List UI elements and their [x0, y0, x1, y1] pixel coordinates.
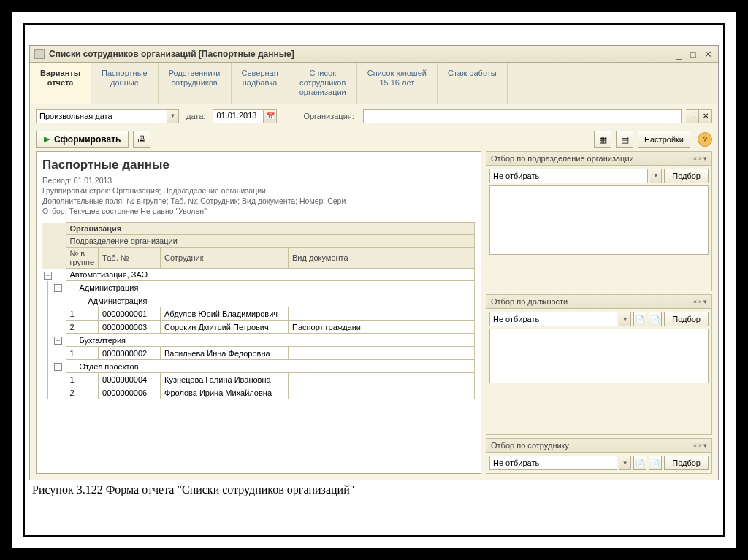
restore-button[interactable]: □ [687, 49, 699, 59]
chevron-left-icon[interactable]: « [693, 442, 697, 449]
org-clear-button[interactable]: ✕ [699, 109, 712, 123]
chevron-right-icon[interactable]: » [698, 298, 702, 305]
report-table: Организация Подразделение организации № … [42, 222, 475, 399]
chevron-right-icon[interactable]: » [698, 442, 702, 449]
date-label: дата: [186, 112, 205, 120]
settings-button[interactable]: Настройки [638, 131, 690, 148]
play-icon: ▶ [44, 134, 50, 144]
col-doc: Вид документа [289, 248, 475, 269]
filter-dept-list[interactable] [489, 185, 709, 255]
podbor-button[interactable]: Подбор [664, 456, 709, 470]
dropdown-icon[interactable]: ▼ [650, 169, 662, 183]
chevron-down-icon[interactable]: ▾ [703, 442, 707, 449]
add-icon[interactable]: 📄 [633, 312, 646, 326]
remove-icon[interactable]: 📄 [649, 456, 662, 470]
tab-emp-list[interactable]: Список сотрудников организации [289, 63, 357, 104]
report-title: Паспортные данные [42, 158, 475, 172]
meta-period: Период: 01.01.2013 [42, 175, 475, 185]
table-row[interactable]: 10000000004Кузнецова Галина Ивановна [42, 373, 475, 386]
podbor-button[interactable]: Подбор [664, 312, 709, 326]
close-button[interactable]: ✕ [702, 49, 714, 59]
chevron-down-icon[interactable]: ▾ [703, 298, 707, 305]
app-icon [34, 49, 45, 59]
podbor-button[interactable]: Подбор [664, 169, 709, 183]
dropdown-icon[interactable]: ▼ [619, 312, 631, 326]
tabs-bar: Варианты отчета Паспортные данные Родств… [30, 63, 718, 104]
row-dept3[interactable]: Отдел проектов [66, 360, 475, 373]
date-input[interactable]: 01.01.2013 [213, 109, 264, 123]
layout-icon-2[interactable]: ▤ [616, 131, 633, 148]
chevron-right-icon[interactable]: » [698, 155, 702, 162]
chevron-left-icon[interactable]: « [693, 298, 697, 305]
filter-position-mode[interactable]: Не отбирать [489, 312, 617, 326]
remove-icon[interactable]: 📄 [649, 312, 662, 326]
filter-dept: Отбор по подразделение организации «»▾ Н… [486, 151, 712, 292]
table-row[interactable]: 20000000006Фролова Ирина Михайловна [42, 386, 475, 399]
action-row: ▶ Сформировать 🖶 ▦ ▤ Настройки ? [30, 128, 718, 151]
meta-groups: Группировки строк: Организация; Подразде… [42, 185, 475, 196]
dropdown-icon[interactable]: ▼ [619, 456, 631, 470]
filter-employee-title: Отбор по сотруднику [491, 441, 693, 450]
layout-icon-1[interactable]: ▦ [594, 131, 611, 148]
params-row: Произвольная дата ▼ дата: 01.01.2013 📅 О… [30, 104, 718, 128]
row-dept1[interactable]: Администрация [66, 281, 475, 294]
filter-employee: Отбор по сотруднику «»▾ Не отбирать ▼ 📄 … [486, 438, 712, 474]
generate-label: Сформировать [54, 134, 121, 145]
tab-variants[interactable]: Варианты отчета [30, 63, 91, 104]
org-label: Организация: [303, 112, 354, 120]
table-row[interactable]: 10000000001Абдулов Юрий Владимирович [42, 307, 475, 321]
hdr-dept: Подразделение организации [66, 235, 475, 248]
tree-toggle-d1[interactable]: − [54, 284, 62, 292]
filter-position-list[interactable] [489, 329, 709, 383]
col-tab: Таб. № [99, 248, 161, 269]
report-panel: Паспортные данные Период: 01.01.2013 Гру… [36, 151, 481, 474]
app-window: Списки сотрудников организаций [Паспортн… [29, 45, 719, 480]
tab-northern[interactable]: Северная надбавка [232, 63, 289, 104]
generate-button[interactable]: ▶ Сформировать [36, 131, 129, 148]
help-button[interactable]: ? [698, 132, 712, 147]
report-meta: Период: 01.01.2013 Группировки строк: Ор… [42, 175, 475, 217]
figure-caption: Рисунок 3.122 Форма отчета "Списки сотру… [25, 480, 723, 499]
chevron-down-icon[interactable]: ▾ [703, 155, 707, 162]
org-select-button[interactable]: … [686, 109, 699, 123]
row-org[interactable]: Автоматизация, ЗАО [66, 269, 475, 281]
print-button[interactable]: 🖶 [133, 131, 150, 148]
minimize-button[interactable]: _ [673, 49, 684, 59]
tab-passport[interactable]: Паспортные данные [91, 63, 159, 104]
filter-position: Отбор по должности «»▾ Не отбирать ▼ 📄 📄… [486, 294, 712, 435]
filter-position-title: Отбор по должности [491, 297, 693, 306]
meta-filter: Отбор: Текущее состояние Не равно "Уволе… [42, 206, 475, 216]
chevron-left-icon[interactable]: « [693, 155, 697, 162]
col-num: № в группе [66, 248, 99, 269]
calendar-icon[interactable]: 📅 [264, 109, 277, 123]
filter-dept-title: Отбор по подразделение организации [491, 154, 693, 163]
row-dept2[interactable]: Бухгалтерия [66, 334, 475, 347]
window-title: Списки сотрудников организаций [Паспортн… [49, 49, 673, 59]
filter-dept-mode[interactable]: Не отбирать [489, 169, 648, 183]
titlebar: Списки сотрудников организаций [Паспортн… [30, 46, 718, 63]
filters-panel: Отбор по подразделение организации «»▾ Н… [486, 151, 712, 474]
period-mode-select[interactable]: Произвольная дата [36, 109, 167, 123]
table-row[interactable]: 20000000003Сорокин Дмитрий ПетровичПаспо… [42, 321, 475, 334]
add-icon[interactable]: 📄 [633, 456, 646, 470]
tab-relatives[interactable]: Родственники сотрудников [159, 63, 232, 104]
tree-toggle-d3[interactable]: − [54, 363, 62, 371]
col-emp: Сотрудник [161, 248, 289, 269]
tree-toggle-d2[interactable]: − [54, 337, 62, 345]
filter-employee-mode[interactable]: Не отбирать [489, 456, 617, 470]
period-mode-dropdown-icon[interactable]: ▼ [167, 109, 179, 123]
meta-fields: Дополнительные поля: № в группе; Таб. №;… [42, 196, 475, 206]
org-input[interactable] [363, 109, 682, 123]
tab-youth[interactable]: Список юношей 15 16 лет [357, 63, 438, 104]
row-dept1-sub[interactable]: Администрация [66, 294, 475, 307]
tree-toggle-org[interactable]: − [44, 272, 52, 280]
tab-seniority[interactable]: Стаж работы [438, 63, 508, 104]
table-row[interactable]: 10000000002Васильева Инна Федоровна [42, 347, 475, 360]
hdr-org: Организация [66, 223, 475, 235]
